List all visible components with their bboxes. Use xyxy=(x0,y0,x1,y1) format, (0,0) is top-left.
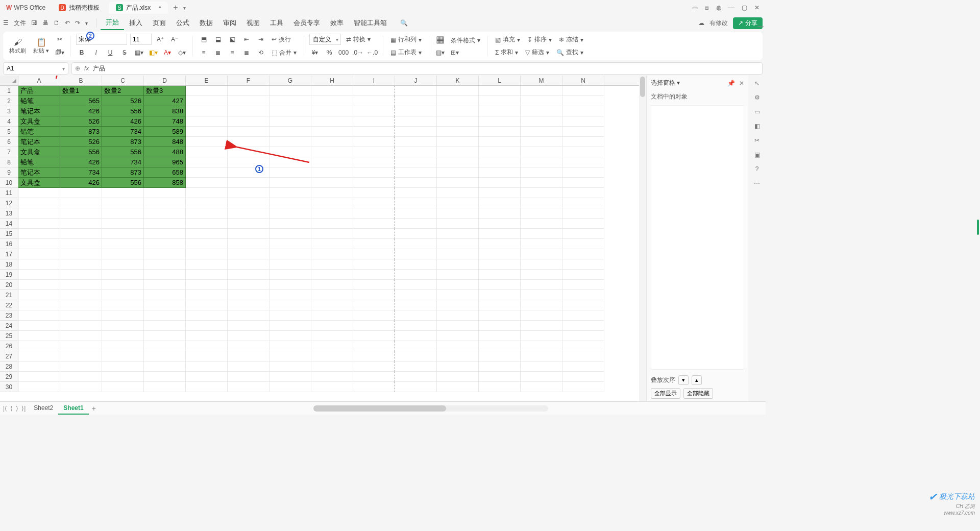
row-header[interactable]: 26 xyxy=(0,341,18,351)
cell[interactable]: 556 xyxy=(102,178,144,188)
cell[interactable] xyxy=(270,300,311,310)
cell[interactable] xyxy=(479,351,521,361)
cell[interactable] xyxy=(395,259,437,270)
cell[interactable] xyxy=(353,208,395,219)
cell[interactable] xyxy=(228,290,270,300)
cell[interactable] xyxy=(521,249,562,259)
cell[interactable] xyxy=(311,382,353,392)
cell[interactable]: 873 xyxy=(102,137,144,147)
cell[interactable] xyxy=(311,178,353,188)
cell[interactable]: 556 xyxy=(60,147,102,157)
cell[interactable] xyxy=(186,198,228,208)
cell[interactable] xyxy=(521,290,562,300)
cell[interactable] xyxy=(228,259,270,270)
cell[interactable] xyxy=(353,147,395,157)
cell[interactable] xyxy=(437,188,479,198)
cell[interactable] xyxy=(228,239,270,249)
cell[interactable] xyxy=(186,188,228,198)
cell[interactable] xyxy=(395,249,437,259)
cell[interactable] xyxy=(562,208,604,219)
cell[interactable] xyxy=(521,167,562,178)
tab-templates[interactable]: D 找稻壳模板 xyxy=(52,2,107,14)
cell[interactable] xyxy=(353,280,395,290)
cell[interactable] xyxy=(311,331,353,341)
cell[interactable] xyxy=(395,127,437,137)
cell[interactable] xyxy=(311,188,353,198)
cell[interactable] xyxy=(270,86,311,96)
cell[interactable] xyxy=(60,372,102,382)
cell[interactable] xyxy=(144,341,186,351)
row-header[interactable]: 12 xyxy=(0,198,18,208)
cell[interactable] xyxy=(353,188,395,198)
cell[interactable] xyxy=(311,127,353,137)
row-header[interactable]: 20 xyxy=(0,280,18,290)
cell[interactable] xyxy=(521,372,562,382)
cell[interactable] xyxy=(228,341,270,351)
cell[interactable] xyxy=(479,341,521,351)
cell[interactable] xyxy=(60,331,102,341)
cell[interactable]: 铅笔 xyxy=(18,157,60,167)
col-header-B[interactable]: B xyxy=(60,76,102,85)
merge-cells-button[interactable]: ⬚ 合并▾ xyxy=(270,47,299,58)
cell[interactable] xyxy=(186,310,228,321)
menu-工具[interactable]: 工具 xyxy=(265,16,288,30)
cell[interactable] xyxy=(60,188,102,198)
row-header[interactable]: 29 xyxy=(0,372,18,382)
cell[interactable] xyxy=(353,178,395,188)
orientation-icon[interactable]: ⟲ xyxy=(255,47,266,58)
row-header[interactable]: 11 xyxy=(0,188,18,198)
cell[interactable] xyxy=(102,341,144,351)
cell[interactable] xyxy=(144,188,186,198)
cell[interactable]: 文具盒 xyxy=(18,178,60,188)
cell[interactable] xyxy=(562,219,604,229)
cell[interactable]: 笔记本 xyxy=(18,137,60,147)
indent-increase-icon[interactable]: ⇥ xyxy=(255,34,266,45)
menu-审阅[interactable]: 审阅 xyxy=(218,16,241,30)
row-header[interactable]: 23 xyxy=(0,310,18,321)
cell[interactable] xyxy=(479,188,521,198)
cell[interactable] xyxy=(18,229,60,239)
comma-icon[interactable]: 000 xyxy=(338,47,349,58)
cell[interactable] xyxy=(311,106,353,116)
rows-cols-button[interactable]: ▦ 行和列▾ xyxy=(388,34,424,45)
menu-插入[interactable]: 插入 xyxy=(124,16,148,30)
cell[interactable] xyxy=(228,331,270,341)
align-center-icon[interactable]: ≣ xyxy=(212,47,224,58)
menu-视图[interactable]: 视图 xyxy=(241,16,265,30)
align-right-icon[interactable]: ≡ xyxy=(227,47,238,58)
cell[interactable] xyxy=(562,249,604,259)
layout-tool-icon[interactable]: ▭ xyxy=(754,108,760,115)
cell[interactable] xyxy=(521,331,562,341)
cell[interactable] xyxy=(437,198,479,208)
clear-format-icon[interactable]: ◇▾ xyxy=(176,47,187,58)
cell[interactable] xyxy=(479,96,521,106)
cell[interactable] xyxy=(270,96,311,106)
cell[interactable] xyxy=(437,147,479,157)
cell[interactable] xyxy=(562,127,604,137)
cell[interactable]: 556 xyxy=(102,147,144,157)
cell[interactable] xyxy=(102,300,144,310)
cell[interactable] xyxy=(270,106,311,116)
row-header[interactable]: 10 xyxy=(0,178,18,188)
cell[interactable] xyxy=(479,137,521,147)
decrease-decimal-icon[interactable]: ←.0 xyxy=(366,47,378,58)
cell[interactable] xyxy=(437,116,479,127)
cell[interactable] xyxy=(521,188,562,198)
cell[interactable] xyxy=(186,157,228,167)
cell[interactable] xyxy=(521,259,562,270)
cell[interactable] xyxy=(270,219,311,229)
style-tool-icon[interactable]: ◧ xyxy=(754,123,760,130)
cell[interactable] xyxy=(311,157,353,167)
cell[interactable] xyxy=(521,300,562,310)
row-header[interactable]: 30 xyxy=(0,382,18,392)
cell[interactable] xyxy=(186,86,228,96)
menu-效率[interactable]: 效率 xyxy=(325,16,349,30)
cell[interactable] xyxy=(353,321,395,331)
cell[interactable] xyxy=(18,198,60,208)
cell[interactable] xyxy=(395,270,437,280)
cell[interactable] xyxy=(228,147,270,157)
cell[interactable] xyxy=(395,96,437,106)
cell[interactable] xyxy=(353,198,395,208)
cell[interactable] xyxy=(479,300,521,310)
cell[interactable] xyxy=(562,300,604,310)
